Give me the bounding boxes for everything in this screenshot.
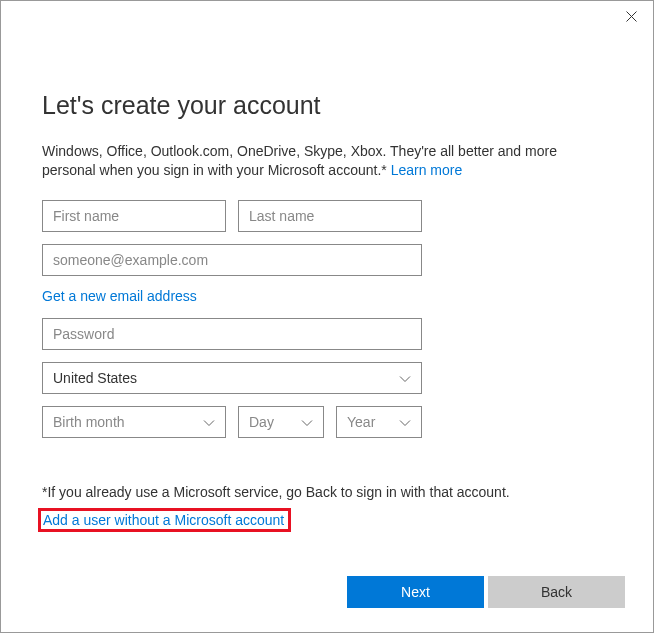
birth-day-select[interactable]: Day [238,406,324,438]
birth-month-select[interactable]: Birth month [42,406,226,438]
page-title: Let's create your account [42,91,612,120]
description-text: Windows, Office, Outlook.com, OneDrive, … [42,142,612,180]
learn-more-link[interactable]: Learn more [391,162,463,178]
back-button[interactable]: Back [488,576,625,608]
birth-month-placeholder: Birth month [53,414,125,430]
description-body: Windows, Office, Outlook.com, OneDrive, … [42,143,557,178]
titlebar [1,1,653,31]
button-bar: Next Back [347,576,625,608]
chevron-down-icon [203,414,215,430]
new-email-link[interactable]: Get a new email address [42,288,612,304]
next-button[interactable]: Next [347,576,484,608]
form-section: Get a new email address United States Bi… [42,200,612,438]
name-row [42,200,612,232]
birthdate-row: Birth month Day Year [42,406,612,438]
chevron-down-icon [399,370,411,386]
country-value: United States [53,370,137,386]
add-user-without-ms-link[interactable]: Add a user without a Microsoft account [38,508,291,532]
first-name-input[interactable] [42,200,226,232]
last-name-input[interactable] [238,200,422,232]
chevron-down-icon [301,414,313,430]
email-input[interactable] [42,244,422,276]
close-button[interactable] [623,8,639,24]
chevron-down-icon [399,414,411,430]
birth-year-placeholder: Year [347,414,375,430]
dialog-window: Let's create your account Windows, Offic… [0,0,654,633]
birth-day-placeholder: Day [249,414,274,430]
country-select[interactable]: United States [42,362,422,394]
close-icon [626,11,637,22]
birth-year-select[interactable]: Year [336,406,422,438]
password-input[interactable] [42,318,422,350]
country-row: United States [42,362,612,394]
footnote-text: *If you already use a Microsoft service,… [42,484,612,500]
email-row [42,244,612,276]
content-area: Let's create your account Windows, Offic… [1,31,653,532]
password-row [42,318,612,350]
